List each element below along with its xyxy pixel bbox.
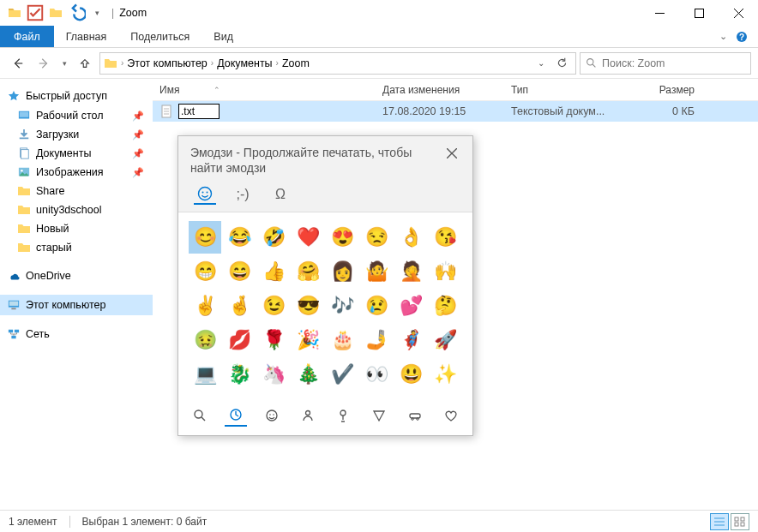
search-input[interactable] [602,57,745,69]
view-icons-button[interactable] [731,513,749,530]
emoji-cell[interactable]: 🤷 [360,255,393,288]
emoji-cell[interactable]: 😎 [292,290,324,322]
view-details-button[interactable] [710,513,729,530]
forward-button[interactable] [33,52,55,75]
emoji-cell[interactable]: 😢 [360,290,393,322]
emoji-cell[interactable]: 😉 [257,290,290,322]
emoji-cell[interactable]: 👩 [326,255,358,288]
file-row[interactable]: 17.08.2020 19:15 Текстовый докум... 0 КБ [153,101,758,122]
emoji-cell[interactable]: 😁 [189,255,221,288]
crumb-zoom[interactable]: Zoom [282,57,310,69]
emoji-cell[interactable]: 💋 [223,324,256,356]
rename-input[interactable] [178,104,220,119]
emoji-cell[interactable]: 😒 [360,221,393,254]
crumb-this-pc[interactable]: Этот компьютер› [127,57,214,69]
emoji-cell[interactable]: 👌 [394,221,427,254]
sidebar-item-unity3dschool[interactable]: unity3dschool [0,200,153,219]
emoji-cell[interactable]: 💻 [189,358,221,391]
back-button[interactable] [7,52,29,75]
column-size[interactable]: Размер [633,84,701,96]
emoji-cell[interactable]: 🙌 [429,255,461,288]
emoji-cell[interactable]: 🤣 [257,221,290,254]
emoji-nav-people-icon[interactable] [297,404,319,427]
emoji-nav-transport-icon[interactable] [404,404,426,427]
close-button[interactable] [719,0,758,26]
help-icon[interactable]: ? [736,31,748,43]
sidebar-item-pictures[interactable]: Изображения📌 [0,163,153,182]
qat-properties-icon[interactable] [26,3,45,22]
emoji-cell[interactable]: ✌️ [189,290,221,322]
emoji-cell[interactable]: 🎄 [292,358,324,391]
column-date[interactable]: Дата изменения [376,84,504,96]
emoji-nav-heart-icon[interactable] [440,404,462,427]
sidebar-item-old[interactable]: старый [0,238,153,257]
emoji-cell[interactable]: 🤳 [360,324,393,356]
emoji-cell[interactable]: 🎉 [292,324,324,356]
chevron-right-icon[interactable]: › [121,58,123,68]
column-type[interactable]: Тип [504,84,633,96]
emoji-cell[interactable]: 👀 [360,358,393,391]
quick-access-root[interactable]: Быстрый доступ [0,86,153,106]
emoji-cell[interactable]: 🤔 [429,290,461,322]
qat-undo-icon[interactable] [67,3,86,22]
emoji-cell[interactable]: 😄 [223,255,256,288]
qat-newfolder-icon[interactable] [46,3,65,22]
emoji-nav-food-icon[interactable] [368,404,390,427]
emoji-close-button[interactable] [443,145,460,162]
refresh-button[interactable] [551,53,572,74]
sidebar-item-share[interactable]: Share [0,182,153,200]
emoji-cell[interactable]: 🦸 [394,324,427,356]
onedrive-root[interactable]: OneDrive [0,266,153,286]
emoji-tab-kaomoji[interactable]: ;-) [232,184,254,205]
emoji-cell[interactable]: 🤞 [223,290,256,322]
emoji-tab-symbols[interactable]: Ω [269,184,292,205]
emoji-cell[interactable]: 🐉 [223,358,256,391]
emoji-cell[interactable]: 😊 [189,221,221,254]
sidebar-item-documents[interactable]: Документы📌 [0,144,153,163]
sidebar-item-desktop[interactable]: Рабочий стол📌 [0,106,153,125]
emoji-cell[interactable]: 🤢 [189,324,221,356]
emoji-cell[interactable]: 🤦 [394,255,427,288]
file-tab[interactable]: Файл [0,26,54,47]
emoji-cell[interactable]: ✔️ [326,358,358,391]
ribbon-expand-icon[interactable]: ⌄ [719,31,727,42]
column-name[interactable]: Имя⌃ [153,84,376,96]
recent-locations-button[interactable]: ▾ [58,52,70,75]
qat-dropdown-icon[interactable]: ▾ [87,3,106,22]
emoji-picker-panel: Эмодзи - Продолжайте печатать, чтобы най… [177,135,473,436]
emoji-cell[interactable]: 👍 [257,255,290,288]
this-pc-root[interactable]: Этот компьютер [0,295,153,315]
emoji-tab-smiley[interactable] [194,184,216,205]
emoji-cell[interactable]: 😃 [394,358,427,391]
up-button[interactable] [74,52,96,75]
emoji-cell[interactable]: 😂 [223,221,256,254]
minimize-button[interactable] [640,0,679,26]
address-dropdown-button[interactable]: ⌄ [531,53,551,74]
emoji-cell[interactable]: 😘 [429,221,461,254]
emoji-cell[interactable]: ✨ [429,358,461,391]
emoji-cell[interactable]: 🚀 [429,324,461,356]
emoji-cell[interactable]: 🤗 [292,255,324,288]
title-bar: ▾ | Zoom [0,0,758,26]
search-box[interactable] [580,52,751,75]
emoji-cell[interactable]: 💕 [394,290,427,322]
tab-share[interactable]: Поделиться [118,26,202,47]
emoji-cell[interactable]: ❤️ [292,221,324,254]
address-bar[interactable]: › Этот компьютер› Документы› Zoom ⌄ [99,52,576,75]
tab-home[interactable]: Главная [54,26,119,47]
emoji-nav-search-icon[interactable] [189,404,211,427]
crumb-documents[interactable]: Документы› [217,57,279,69]
emoji-nav-smiley-icon[interactable] [261,404,283,427]
tab-view[interactable]: Вид [202,26,245,47]
maximize-button[interactable] [679,0,719,26]
emoji-nav-celebration-icon[interactable] [333,404,355,427]
emoji-nav-recent-icon[interactable] [225,404,247,427]
sidebar-item-downloads[interactable]: Загрузки📌 [0,125,153,144]
network-root[interactable]: Сеть [0,324,153,344]
sidebar-item-new[interactable]: Новый [0,219,153,238]
emoji-cell[interactable]: 🎶 [326,290,358,322]
emoji-cell[interactable]: 😍 [326,221,358,254]
emoji-cell[interactable]: 🌹 [257,324,290,356]
emoji-cell[interactable]: 🦄 [257,358,290,391]
emoji-cell[interactable]: 🎂 [326,324,358,356]
